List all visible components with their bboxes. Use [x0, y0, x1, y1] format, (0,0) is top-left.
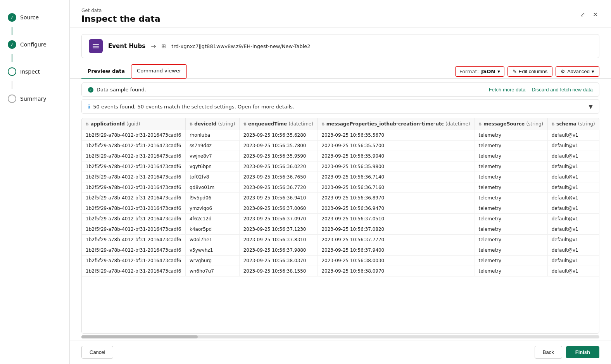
table-cell-r12-c0: 1b2f5f29-a78b-4012-bf31-2016473cadf6 [82, 256, 185, 266]
sidebar-item-inspect[interactable]: Inspect [0, 62, 69, 81]
table-cell-r2-c5: default@v1 [547, 151, 599, 161]
format-selector[interactable]: Format: JSON ▾ [455, 66, 504, 77]
table-row: 1b2f5f29-a78b-4012-bf31-2016473cadf6w0ol… [82, 235, 599, 245]
close-button[interactable]: ✕ [591, 9, 599, 20]
cancel-button[interactable]: Cancel [81, 346, 113, 359]
connector-inspect-summary [12, 81, 12, 89]
tab-command-viewer[interactable]: Command viewer [131, 64, 187, 79]
table-cell-r3-c3: 2023-09-25 10:56:35.9800 [318, 161, 475, 172]
table-cell-r9-c0: 1b2f5f29-a78b-4012-bf31-2016473cadf6 [82, 224, 185, 235]
advanced-chevron-icon: ▾ [592, 69, 594, 74]
table-cell-r8-c0: 1b2f5f29-a78b-4012-bf31-2016473cadf6 [82, 214, 185, 224]
sort-icon-messageSource: ⇅ [479, 122, 482, 126]
table-row: 1b2f5f29-a78b-4012-bf31-2016473cadf6rhon… [82, 130, 599, 141]
connector-configure-inspect [12, 54, 12, 62]
table-cell-r6-c2: 2023-09-25 10:56:36.9410 [239, 193, 318, 203]
col-header-messageProperties[interactable]: ⇅messageProperties_iothub-creation-time-… [318, 118, 475, 130]
format-label: Format: [459, 69, 479, 74]
table-cell-r9-c5: default@v1 [547, 224, 599, 235]
table-cell-r12-c5: default@v1 [547, 256, 599, 266]
table-row: 1b2f5f29-a78b-4012-bf31-2016473cadf6ss7n… [82, 141, 599, 151]
info-text: 50 events found, 50 events match the sel… [93, 104, 294, 110]
table-cell-r3-c0: 1b2f5f29-a78b-4012-bf31-2016473cadf6 [82, 161, 185, 172]
gear-icon: ⚙ [561, 69, 565, 74]
table-cell-r8-c3: 2023-09-25 10:56:37.0510 [318, 214, 475, 224]
table-cell-r11-c1: v5ywvhz1 [185, 245, 239, 256]
arrow-icon: → [151, 43, 156, 50]
data-table: ⇅applicationId (guid) ⇅deviceId (string)… [82, 118, 599, 276]
table-cell-r2-c0: 1b2f5f29-a78b-4012-bf31-2016473cadf6 [82, 151, 185, 161]
source-path: trd-xgnxc7jjgt881wwv8w.z9/EH-ingest-new/… [171, 43, 310, 49]
table-cell-r9-c4: telemetry [475, 224, 547, 235]
table-cell-r4-c5: default@v1 [547, 172, 599, 182]
table-cell-r7-c1: ymzvlqo6 [185, 203, 239, 214]
table-cell-r10-c2: 2023-09-25 10:56:37.8310 [239, 235, 318, 245]
table-cell-r3-c2: 2023-09-25 10:56:36.0220 [239, 161, 318, 172]
col-header-messageSource[interactable]: ⇅messageSource (string) [475, 118, 547, 130]
table-row: 1b2f5f29-a78b-4012-bf31-2016473cadf6v5yw… [82, 245, 599, 256]
finish-button[interactable]: Finish [566, 346, 599, 358]
table-cell-r8-c2: 2023-09-25 10:56:37.0970 [239, 214, 318, 224]
table-cell-r6-c5: default@v1 [547, 193, 599, 203]
col-header-applicationId[interactable]: ⇅applicationId (guid) [82, 118, 185, 130]
connector-source-configure [12, 27, 12, 35]
col-header-deviceId[interactable]: ⇅deviceId (string) [185, 118, 239, 130]
table-cell-r2-c1: vwjne8v7 [185, 151, 239, 161]
pencil-icon: ✎ [513, 69, 517, 74]
get-data-label: Get data [81, 8, 161, 13]
table-cell-r9-c3: 2023-09-25 10:56:37.0820 [318, 224, 475, 235]
toolbar-right: Format: JSON ▾ ✎ Edit columns ⚙ Advanced… [455, 66, 599, 77]
col-header-enqueuedTime[interactable]: ⇅enqueuedTime (datetime) [239, 118, 318, 130]
table-cell-r12-c3: 2023-09-25 10:56:38.0030 [318, 256, 475, 266]
scroll-indicator[interactable] [81, 335, 599, 338]
status-right: Fetch more data Discard and fetch new da… [489, 87, 593, 93]
back-button[interactable]: Back [535, 346, 562, 359]
table-cell-r4-c0: 1b2f5f29-a78b-4012-bf31-2016473cadf6 [82, 172, 185, 182]
table-cell-r0-c2: 2023-09-25 10:56:35.6280 [239, 130, 318, 141]
data-table-container[interactable]: ⇅applicationId (guid) ⇅deviceId (string)… [81, 118, 599, 334]
status-left: ✓ Data sample found. [88, 87, 146, 93]
table-cell-r9-c2: 2023-09-25 10:56:37.1230 [239, 224, 318, 235]
advanced-button[interactable]: ⚙ Advanced ▾ [556, 66, 599, 77]
table-cell-r10-c0: 1b2f5f29-a78b-4012-bf31-2016473cadf6 [82, 235, 185, 245]
source-name: Event Hubs [108, 43, 145, 50]
table-cell-r5-c3: 2023-09-25 10:56:36.7160 [318, 182, 475, 193]
table-cell-r4-c3: 2023-09-25 10:56:36.7140 [318, 172, 475, 182]
step-circle-inspect [8, 67, 16, 76]
table-cell-r7-c4: telemetry [475, 203, 547, 214]
expand-button[interactable]: ⤢ [578, 9, 587, 20]
table-row: 1b2f5f29-a78b-4012-bf31-2016473cadf64f62… [82, 214, 599, 224]
table-row: 1b2f5f29-a78b-4012-bf31-2016473cadf6vwjn… [82, 151, 599, 161]
sort-icon-deviceId: ⇅ [190, 122, 193, 126]
table-cell-r2-c2: 2023-09-25 10:56:35.9590 [239, 151, 318, 161]
table-cell-r6-c4: telemetry [475, 193, 547, 203]
discard-fetch-button[interactable]: Discard and fetch new data [532, 87, 593, 93]
sidebar-item-summary[interactable]: Summary [0, 89, 69, 108]
svg-rect-1 [93, 46, 99, 47]
sidebar-label-summary: Summary [20, 96, 47, 102]
sidebar-item-configure[interactable]: ✓ Configure [0, 35, 69, 54]
table-body: 1b2f5f29-a78b-4012-bf31-2016473cadf6rhon… [82, 130, 599, 276]
fetch-more-button[interactable]: Fetch more data [489, 87, 526, 93]
table-cell-r4-c1: tof02fv8 [185, 172, 239, 182]
table-cell-r5-c2: 2023-09-25 10:56:36.7720 [239, 182, 318, 193]
event-hubs-icon [89, 39, 103, 53]
footer-right: Back Finish [535, 346, 599, 359]
table-cell-r13-c4: telemetry [475, 266, 547, 276]
chevron-down-icon: ▼ [589, 103, 593, 110]
tab-preview-data[interactable]: Preview data [81, 64, 131, 79]
sort-icon-enqueuedTime: ⇅ [243, 122, 247, 126]
info-icon: ℹ [88, 103, 90, 110]
sidebar-item-source[interactable]: ✓ Source [0, 8, 69, 27]
step-circle-source: ✓ [8, 13, 16, 22]
col-header-schema[interactable]: ⇅schema (string) [547, 118, 599, 130]
edit-columns-button[interactable]: ✎ Edit columns [507, 66, 552, 77]
edit-columns-label: Edit columns [519, 69, 547, 74]
sidebar: ✓ Source ✓ Configure Inspect Summary [0, 0, 70, 364]
info-bar[interactable]: ℹ 50 events found, 50 events match the s… [81, 99, 599, 114]
format-chevron-icon: ▾ [497, 69, 500, 74]
table-row: 1b2f5f29-a78b-4012-bf31-2016473cadf6k4ao… [82, 224, 599, 235]
table-cell-r0-c3: 2023-09-25 10:56:35.5670 [318, 130, 475, 141]
table-cell-r12-c1: wrvgburg [185, 256, 239, 266]
step-circle-configure: ✓ [8, 40, 16, 49]
